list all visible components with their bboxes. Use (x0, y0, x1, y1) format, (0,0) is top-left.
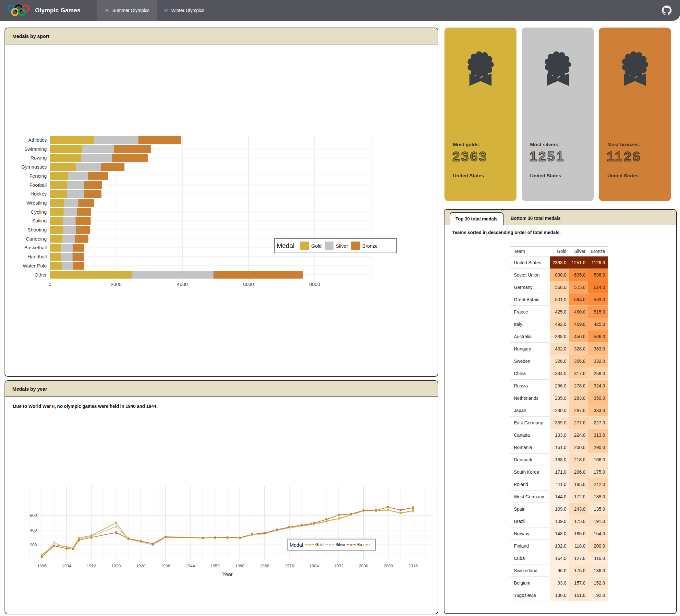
legend-item-bronze[interactable]: Bronze (346, 542, 370, 547)
line-x-tick-label: 1896 (37, 563, 47, 568)
bar-segment-silver (63, 226, 76, 234)
bar-segment-silver (62, 262, 73, 270)
line-x-tick-label: 2000 (359, 563, 368, 568)
legend-item-silver[interactable]: Silver (321, 241, 348, 250)
most-bronzes-card: Most bronzes: 1126 United States (599, 28, 671, 201)
medal-count-cell: 568.0 (550, 281, 569, 293)
team-name-cell: Italy (510, 318, 550, 330)
bar-x-tick-label: 8000 (309, 282, 320, 287)
medal-count-cell: 235.0 (550, 392, 569, 404)
data-point-bronze (337, 514, 340, 517)
most-bronzes-team: United States (607, 173, 639, 178)
team-name-cell: Belgium (510, 577, 550, 589)
most-silvers-team: United States (530, 173, 561, 178)
table-row: Canada133.0224.0313.0 (510, 429, 608, 441)
data-point-bronze (152, 542, 155, 545)
line-x-tick-label: 2008 (384, 563, 393, 568)
medals-by-sport-header: Medals by sport (5, 28, 438, 45)
table-row: Romania161.0200.0290.0 (510, 441, 608, 453)
legend-label: Silver (336, 243, 348, 249)
navbar: Olympic Games ☀ Summer Olympics ❄ Winter… (0, 0, 680, 21)
data-point-bronze (90, 536, 93, 539)
medal-count-cell: 350.0 (588, 392, 608, 404)
medals-by-sport-chart: AthleticsSwimmingRowingGymnasticsFencing… (5, 44, 438, 376)
team-name-cell: Russia (510, 380, 550, 392)
line-y-tick-label: 200 (30, 542, 37, 547)
table-row: Japan230.0287.0333.0 (510, 404, 608, 417)
legend-item-silver[interactable]: Silver (325, 542, 345, 547)
table-row: Norway148.0165.0154.0 (510, 527, 608, 540)
medal-count-cell: 152.0 (588, 577, 608, 589)
medals-table-container: TeamGoldSilverBronzeUnited States2363.01… (510, 246, 608, 602)
bar-segment-gold (50, 271, 132, 279)
bar-segment-bronze (84, 181, 102, 189)
bar-segment-bronze (78, 199, 94, 207)
most-silvers-card: Most silvers: 1251 United States (522, 28, 594, 201)
medal-count-cell: 132.0 (550, 540, 569, 552)
bar-segment-gold (50, 181, 67, 189)
tab-winter-olympics[interactable]: ❄ Winter Olympics (157, 0, 211, 21)
bar-segment-silver (76, 163, 101, 171)
medal-count-cell: 188.0 (588, 491, 608, 503)
medal-count-cell: 333.0 (588, 404, 608, 417)
data-point-gold (399, 511, 402, 515)
line-y-tick-label: 600 (30, 513, 37, 518)
medals-table: TeamGoldSilverBronzeUnited States2363.01… (510, 246, 608, 602)
medal-count-cell: 596.0 (588, 269, 608, 281)
tab-top-30-total-medals[interactable]: Top 30 total medals (450, 212, 504, 225)
medal-count-cell: 450.0 (569, 330, 588, 343)
most-golds-value: 2363 (452, 149, 488, 165)
medal-count-cell: 328.0 (569, 343, 588, 355)
legend-swatch-gold (300, 241, 309, 250)
bar-category-label: Rowing (30, 155, 47, 160)
bar-segment-bronze (138, 136, 181, 144)
rosette-medal-icon (445, 47, 516, 98)
medal-count-cell: 332.0 (588, 355, 608, 367)
most-bronzes-label: Most bronzes: (607, 142, 641, 147)
medal-count-cell: 278.0 (569, 380, 588, 392)
bar-category-label: Hockey (30, 191, 47, 197)
medal-count-cell: 258.0 (588, 367, 608, 380)
bar-segment-gold (50, 244, 61, 252)
rosette-medal-icon (522, 47, 594, 98)
line-x-tick-label: 1928 (136, 563, 146, 568)
medal-count-cell: 283.0 (569, 392, 588, 404)
line-x-tick-label: 1968 (260, 563, 269, 568)
line-x-axis-title: Year (222, 571, 233, 577)
table-row: Finland132.0118.0200.0 (510, 540, 608, 552)
data-point-bronze (251, 533, 254, 536)
table-row: Cuba164.0127.0116.0 (510, 552, 608, 564)
bar-segment-bronze (88, 172, 108, 180)
bar-segment-silver (132, 271, 214, 279)
snowflake-icon: ❄ (164, 7, 168, 14)
table-tabs-bar: Top 30 total medals Bottom 30 total meda… (445, 210, 676, 225)
bar-segment-bronze (101, 163, 124, 171)
bar-segment-gold (50, 235, 63, 243)
data-point-bronze (127, 537, 130, 540)
data-point-bronze (65, 547, 68, 550)
bar-category-label: Water Polo (23, 263, 47, 268)
bar-segment-bronze (72, 253, 84, 261)
tab-bottom-30-total-medals[interactable]: Bottom 30 total medals (504, 212, 568, 225)
most-golds-card: Most golds: 2363 United States (445, 28, 516, 201)
team-name-cell: Australia (510, 330, 550, 343)
team-name-cell: West Germany (510, 491, 550, 503)
team-name-cell: Soviet Union (510, 269, 550, 281)
legend-item-gold[interactable]: Gold (297, 241, 321, 250)
bar-segment-bronze (84, 190, 102, 198)
column-header-silver: Silver (569, 246, 588, 256)
nav-tabs: ☀ Summer Olympics ❄ Winter Olympics (97, 0, 211, 21)
bar-legend-title: Medal (275, 242, 297, 250)
data-point-bronze (325, 518, 328, 521)
tab-summer-olympics[interactable]: ☀ Summer Olympics (97, 0, 157, 21)
data-point-bronze (201, 536, 204, 539)
medal-count-cell: 469.0 (569, 318, 588, 330)
github-link[interactable] (662, 5, 672, 17)
legend-line-swatch (346, 543, 356, 546)
legend-item-bronze[interactable]: Bronze (348, 241, 378, 250)
bar-category-label: Canoeing (26, 236, 47, 241)
legend-item-gold[interactable]: Gold (305, 542, 323, 547)
bar-segment-silver (67, 190, 84, 198)
medal-count-cell: 161.0 (550, 441, 569, 453)
medal-count-cell: 492.0 (550, 318, 569, 330)
